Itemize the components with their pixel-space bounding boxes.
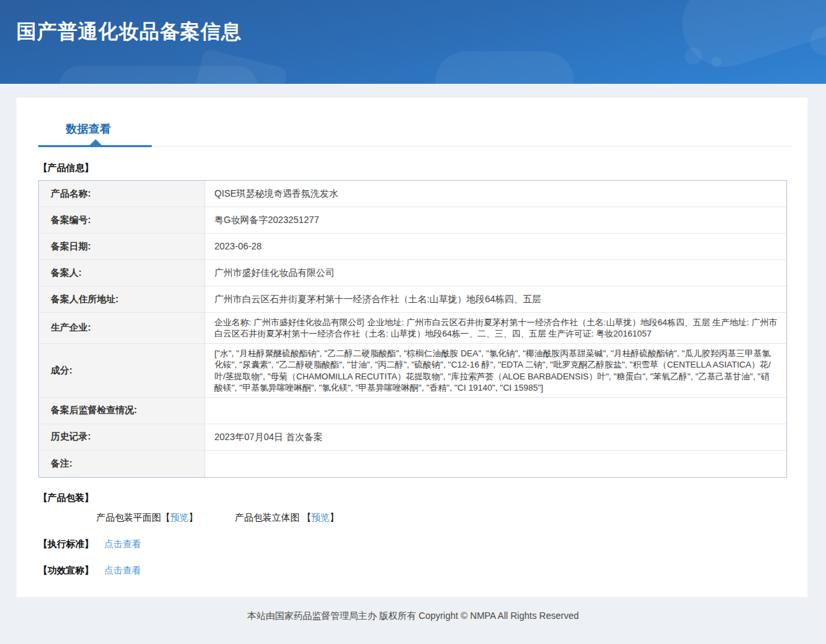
table-row: 备案后监督检查情况:: [39, 398, 786, 424]
standards-line: 【执行标准】点击查看: [38, 538, 786, 550]
banner-decoration: [711, 57, 722, 67]
row-value: [205, 398, 786, 424]
row-label: 历史记录:: [39, 424, 205, 450]
banner-decoration: [59, 66, 257, 84]
table-row: 备案人住所地址: 广州市白云区石井街夏茅村第十一经济合作社（土名:山草拢）地段6…: [39, 286, 786, 313]
tab-bar: 数据查看: [38, 98, 786, 148]
banner-decoration: [685, 48, 702, 65]
row-value: 企业名称: 广州市盛好佳化妆品有限公司 企业地址: 广州市白云区石井街夏茅村第十…: [205, 313, 786, 343]
banner-decoration: [435, 51, 574, 84]
row-value: 广州市盛好佳化妆品有限公司: [205, 260, 786, 286]
packaging-flat-preview-link[interactable]: 预览: [170, 512, 189, 523]
row-label: 成分:: [39, 344, 205, 397]
row-value: 广州市白云区石井街夏茅村第十一经济合作社（土名:山草拢）地段64栋四、五层: [205, 286, 786, 312]
row-value: QISE琪瑟秘境奇遇香氛洗发水: [205, 181, 786, 207]
packaging-flat-bracket: 】: [189, 512, 198, 523]
tab-data-view[interactable]: 数据查看: [66, 121, 111, 137]
row-value: 粤G妆网备字2023251277: [205, 207, 786, 233]
row-value: ["水", "月桂醇聚醚硫酸酯钠", "乙二醇二硬脂酸酯", "棕榈仁油酰胺 D…: [205, 344, 786, 397]
packaging-section-title: 【产品包装】: [38, 492, 786, 504]
packaging-line: 产品包装平面图【预览】 产品包装立体图 【预览】: [96, 512, 786, 524]
table-row: 备注:: [39, 451, 786, 477]
table-row: 备案日期: 2023-06-28: [39, 234, 786, 260]
packaging-flat-label: 产品包装平面图【: [96, 512, 170, 523]
row-value: 2023-06-28: [205, 234, 786, 259]
packaging-3d-bracket: 】: [330, 512, 339, 523]
tab-active-arrow-icon: [90, 139, 102, 145]
row-value: [205, 451, 786, 477]
product-info-section-title: 【产品信息】: [38, 162, 786, 174]
row-label: 备案人住所地址:: [39, 286, 205, 312]
row-label: 备案后监督检查情况:: [39, 398, 205, 424]
packaging-3d-preview-link[interactable]: 预览: [311, 512, 330, 523]
content-card: 数据查看 【产品信息】 产品名称: QISE琪瑟秘境奇遇香氛洗发水 备案编号: …: [16, 98, 808, 597]
standards-view-link[interactable]: 点击查看: [104, 538, 141, 549]
page-banner: 国产普通化妆品备案信息: [0, 0, 826, 84]
table-row: 成分: ["水", "月桂醇聚醚硫酸酯钠", "乙二醇二硬脂酸酯", "棕榈仁油…: [39, 344, 786, 398]
row-label: 备注:: [39, 451, 205, 477]
efficacy-line: 【功效宣称】点击查看: [38, 565, 786, 577]
row-label: 备案日期:: [39, 234, 205, 259]
table-row: 备案编号: 粤G妆网备字2023251277: [39, 207, 786, 234]
page-footer: 本站由国家药品监督管理局主办 版权所有 Copyright © NMPA All…: [0, 606, 826, 622]
product-info-table: 产品名称: QISE琪瑟秘境奇遇香氛洗发水 备案编号: 粤G妆网备字202325…: [38, 180, 787, 478]
packaging-3d-image-item: 产品包装立体图 【预览】: [235, 512, 339, 523]
row-label: 备案编号:: [39, 207, 205, 233]
table-row: 生产企业: 企业名称: 广州市盛好佳化妆品有限公司 企业地址: 广州市白云区石井…: [39, 313, 786, 344]
efficacy-title: 【功效宣称】: [38, 565, 94, 575]
row-value: 2023年07月04日 首次备案: [205, 424, 786, 450]
page-title: 国产普通化妆品备案信息: [16, 18, 241, 46]
packaging-flat-image-item: 产品包装平面图【预览】: [96, 512, 198, 523]
packaging-3d-label: 产品包装立体图 【: [235, 512, 311, 523]
banner-decoration: [671, 0, 826, 78]
row-label: 备案人:: [39, 260, 205, 286]
tab-active-underline: [38, 145, 152, 147]
standards-title: 【执行标准】: [38, 538, 94, 549]
table-row: 历史记录: 2023年07月04日 首次备案: [39, 424, 786, 451]
row-label: 生产企业:: [39, 313, 205, 343]
table-row: 备案人: 广州市盛好佳化妆品有限公司: [39, 260, 786, 286]
row-label: 产品名称:: [39, 181, 205, 207]
efficacy-view-link[interactable]: 点击查看: [104, 565, 141, 575]
table-row: 产品名称: QISE琪瑟秘境奇遇香氛洗发水: [39, 181, 786, 207]
